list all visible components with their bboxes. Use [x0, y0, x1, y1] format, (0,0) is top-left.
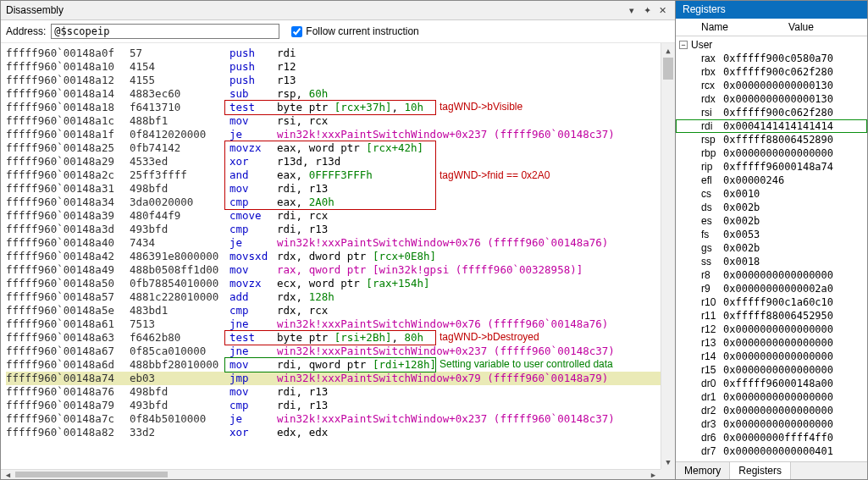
disasm-row[interactable]: fffff960`00148a0f 57pushrdi	[6, 47, 675, 60]
address-input[interactable]	[51, 24, 279, 39]
register-row-r8[interactable]: r80x0000000000000000	[676, 268, 867, 282]
disasm-row[interactable]: fffff960`00148a12 4155pushr13	[6, 74, 675, 87]
disasm-row[interactable]: fffff960`00148a67 0f85ca010000jnewin32k!…	[6, 345, 675, 358]
register-row-efl[interactable]: efl0x00000246	[676, 174, 867, 187]
follow-checkbox-wrap[interactable]: Follow current instruction	[291, 25, 418, 37]
close-icon[interactable]: ✕	[655, 3, 670, 17]
register-value: 0x002b	[723, 201, 867, 213]
disasm-row[interactable]: fffff960`00148a14 4883ec60subrsp, 60h	[6, 87, 675, 101]
window-dropdown-icon[interactable]: ▾	[624, 3, 639, 17]
disasm-row[interactable]: fffff960`00148a42 486391e8000000movsxdrd…	[6, 250, 675, 263]
annotation-box	[224, 357, 436, 372]
register-row-r9[interactable]: r90x00000000000002a0	[676, 282, 867, 295]
follow-checkbox[interactable]	[291, 26, 302, 37]
register-name: cs	[689, 188, 723, 200]
register-name: rsp	[689, 134, 723, 146]
register-row-r15[interactable]: r150x0000000000000000	[676, 363, 867, 377]
tab-memory[interactable]: Memory	[676, 462, 730, 479]
scroll-up-icon[interactable]: ▲	[661, 43, 675, 58]
disasm-row[interactable]: fffff960`00148a74 eb03jmpwin32k!xxxPaint…	[6, 372, 675, 385]
scroll-corner	[661, 469, 675, 479]
register-row-gs[interactable]: gs0x002b	[676, 241, 867, 255]
scroll-right-icon[interactable]: ▶	[646, 470, 661, 479]
register-row-r13[interactable]: r130x0000000000000000	[676, 336, 867, 350]
register-name: ds	[689, 201, 723, 213]
register-name: efl	[689, 174, 723, 186]
register-value: 0x0000000000000130	[723, 93, 867, 105]
horizontal-scrollbar[interactable]: ◀ ▶	[1, 469, 661, 479]
tab-registers[interactable]: Registers	[730, 462, 791, 479]
annotation-text: tagWND->bDestroyed	[440, 330, 539, 344]
registers-pane: Registers Name Value − User rax0xfffff90…	[676, 1, 867, 479]
register-row-dr7[interactable]: dr70x0000000000000401	[676, 444, 867, 458]
register-value: 0xfffff900c062f280	[723, 66, 867, 78]
disasm-row[interactable]: fffff960`00148a49 488b0508ff1d00movrax, …	[6, 263, 675, 277]
vertical-scrollbar[interactable]: ▲ ▼	[661, 43, 675, 469]
disasm-row[interactable]: fffff960`00148a57 4881c228010000addrdx, …	[6, 290, 675, 304]
disasm-row[interactable]: fffff960`00148a61 7513jnewin32k!xxxPaint…	[6, 317, 675, 331]
reg-col-name[interactable]: Name	[676, 19, 735, 36]
register-row-dr1[interactable]: dr10x0000000000000000	[676, 390, 867, 404]
register-row-cs[interactable]: cs0x0010	[676, 187, 867, 201]
register-row-rbp[interactable]: rbp0x0000000000000000	[676, 146, 867, 160]
register-value: 0xfffff96000148a74	[723, 161, 867, 173]
register-row-dr6[interactable]: dr60x00000000ffff4ff0	[676, 431, 867, 444]
register-row-rdx[interactable]: rdx0x0000000000000130	[676, 92, 867, 106]
disasm-row[interactable]: fffff960`00148a3d 493bfdcmprdi, r13	[6, 223, 675, 236]
disasm-row[interactable]: fffff960`00148a50 0fb78854010000movzxecx…	[6, 277, 675, 290]
register-row-dr2[interactable]: dr20x0000000000000000	[676, 404, 867, 417]
register-row-ss[interactable]: ss0x0018	[676, 255, 867, 268]
register-row-rip[interactable]: rip0xfffff96000148a74	[676, 160, 867, 174]
register-row-rsp[interactable]: rsp0xfffff88006452890	[676, 133, 867, 146]
register-row-rsi[interactable]: rsi0xfffff900c062f280	[676, 106, 867, 119]
disasm-row[interactable]: fffff960`00148a5e 483bd1cmprdx, rcx	[6, 304, 675, 317]
register-name: fs	[689, 229, 723, 240]
register-row-dr3[interactable]: dr30x0000000000000000	[676, 417, 867, 431]
register-row-r14[interactable]: r140x0000000000000000	[676, 350, 867, 363]
register-name: dr0	[689, 378, 723, 389]
register-name: r13	[689, 337, 723, 349]
scroll-down-icon[interactable]: ▼	[661, 455, 675, 469]
register-row-es[interactable]: es0x002b	[676, 214, 867, 228]
disasm-row[interactable]: fffff960`00148a82 33d2xoredx, edx	[6, 426, 675, 439]
register-row-rax[interactable]: rax0xfffff900c0580a70	[676, 52, 867, 65]
disasm-row[interactable]: fffff960`00148a7c 0f84b5010000jewin32k!x…	[6, 412, 675, 426]
register-row-rdi[interactable]: rdi0x0004141414141414	[676, 119, 867, 133]
registers-header: Name Value	[676, 19, 867, 36]
register-row-dr0[interactable]: dr00xfffff96000148a00	[676, 377, 867, 390]
register-row-r10[interactable]: r100xfffff900c1a60c10	[676, 295, 867, 309]
register-value: 0x0000000000000000	[723, 269, 867, 281]
register-name: dr7	[689, 445, 723, 457]
register-row-r11[interactable]: r110xfffff88006452950	[676, 309, 867, 323]
collapse-icon[interactable]: −	[679, 41, 688, 49]
register-name: gs	[689, 242, 723, 254]
app-root: Disassembly ▾ ✦ ✕ Address: Follow curren…	[0, 0, 868, 480]
disasm-row[interactable]: fffff960`00148a1f 0f8412020000jewin32k!x…	[6, 128, 675, 141]
reg-col-value[interactable]: Value	[735, 19, 867, 36]
disasm-row[interactable]: fffff960`00148a1c 488bf1movrsi, rcx	[6, 114, 675, 128]
register-row-rcx[interactable]: rcx0x0000000000000130	[676, 79, 867, 92]
pin-icon[interactable]: ✦	[639, 3, 655, 17]
h-scroll-thumb[interactable]	[15, 472, 168, 477]
scroll-left-icon[interactable]: ◀	[1, 470, 15, 479]
reg-group-user[interactable]: − User	[676, 38, 867, 52]
disasm-row[interactable]: fffff960`00148a39 480f44f9cmoverdi, rcx	[6, 209, 675, 223]
disasm-row[interactable]: fffff960`00148a76 498bfdmovrdi, r13	[6, 385, 675, 399]
register-name: rbx	[689, 66, 723, 78]
disasm-row[interactable]: fffff960`00148a79 493bfdcmprdi, r13	[6, 399, 675, 412]
disasm-row[interactable]: fffff960`00148a40 7434jewin32k!xxxPaintS…	[6, 236, 675, 250]
annotation-box	[224, 330, 436, 345]
v-scroll-thumb[interactable]	[663, 58, 673, 80]
register-row-rbx[interactable]: rbx0xfffff900c062f280	[676, 65, 867, 79]
register-row-ds[interactable]: ds0x002b	[676, 201, 867, 214]
disasm-body[interactable]: fffff960`00148a0f 57pushrdifffff960`0014…	[1, 43, 675, 479]
register-name: r14	[689, 350, 723, 362]
register-row-fs[interactable]: fs0x0053	[676, 228, 867, 241]
register-value: 0x0000000000000130	[723, 80, 867, 91]
registers-list[interactable]: − User rax0xfffff900c0580a70rbx0xfffff90…	[676, 36, 867, 461]
disasm-row[interactable]: fffff960`00148a10 4154pushr12	[6, 60, 675, 74]
register-name: rdi	[689, 120, 723, 132]
register-row-r12[interactable]: r120x0000000000000000	[676, 323, 867, 336]
annotation-box	[224, 141, 436, 210]
register-name: es	[689, 215, 723, 227]
